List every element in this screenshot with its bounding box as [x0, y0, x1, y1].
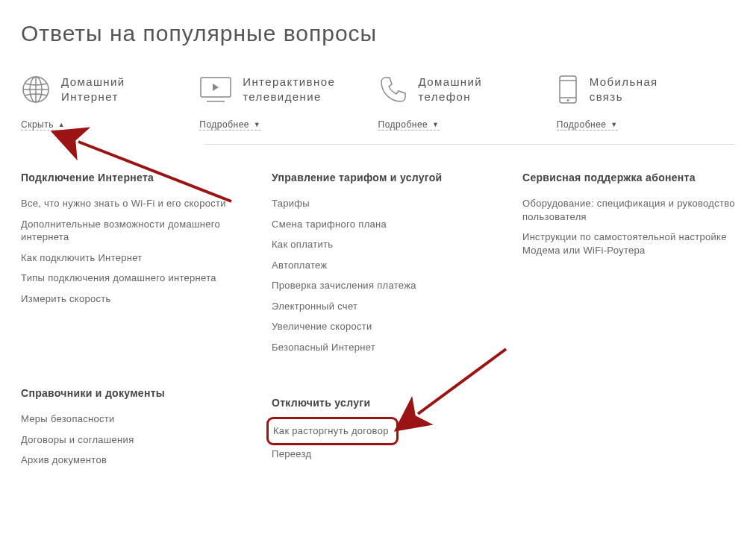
svg-marker-5 — [213, 84, 219, 91]
category-row: Домашний Интернет Скрыть ▲ И — [21, 75, 735, 131]
page-title: Ответы на популярные вопросы — [21, 21, 735, 46]
faq-link[interactable]: Электронный счет — [272, 300, 496, 313]
faq-link[interactable]: Как подключить Интернет — [21, 251, 245, 265]
faq-link[interactable]: Переезд — [272, 448, 496, 461]
chevron-down-icon: ▼ — [254, 121, 260, 128]
faq-link[interactable]: Безопасный Интернет — [272, 341, 496, 354]
category-title: Мобильная связь — [590, 75, 658, 104]
faq-link[interactable]: Договоры и соглашения — [21, 433, 245, 447]
faq-link[interactable]: Автоплатеж — [272, 259, 496, 272]
svg-point-10 — [566, 99, 569, 101]
section-heading: Управление тарифом и услугой — [272, 172, 496, 183]
faq-link[interactable]: Тарифы — [272, 197, 496, 210]
category-title: Домашний Интернет — [61, 75, 125, 104]
faq-link[interactable]: Инструкции по самостоятельной настройке … — [522, 230, 746, 257]
category-home-phone[interactable]: Домашний телефон Подробнее ▼ — [378, 75, 557, 131]
faq-link[interactable]: Дополнительные возможности домашнего инт… — [21, 218, 245, 244]
faq-link[interactable]: Проверка зачисления платежа — [272, 279, 496, 292]
category-mobile[interactable]: Мобильная связь Подробнее ▼ — [557, 75, 735, 131]
chevron-up-icon: ▲ — [58, 121, 65, 128]
section-heading: Справочники и документы — [21, 387, 245, 399]
category-title: Домашний телефон — [419, 75, 483, 104]
globe-icon — [21, 75, 51, 107]
more-toggle[interactable]: Подробнее ▼ — [378, 119, 440, 131]
mobile-icon — [557, 75, 579, 107]
faq-link[interactable]: Как оплатить — [272, 238, 496, 251]
hide-toggle[interactable]: Скрыть ▲ — [21, 119, 65, 131]
faq-link[interactable]: Меры безопасности — [21, 412, 245, 426]
divider — [204, 144, 735, 145]
category-title: Интерактивное телевидение — [243, 75, 335, 104]
faq-link[interactable]: Увеличение скорости — [272, 320, 496, 333]
section-heading: Подключение Интернета — [21, 172, 245, 183]
faq-link[interactable]: Смена тарифного плана — [272, 218, 496, 231]
category-home-internet[interactable]: Домашний Интернет Скрыть ▲ — [21, 75, 199, 131]
chevron-down-icon: ▼ — [432, 121, 439, 128]
category-interactive-tv[interactable]: Интерактивное телевидение Подробнее ▼ — [199, 75, 378, 131]
column-2: Управление тарифом и услугой Тарифы Смен… — [272, 172, 496, 497]
faq-link[interactable]: Измерить скорость — [21, 292, 245, 306]
section-heading: Отключить услуги — [272, 397, 496, 409]
phone-icon — [378, 75, 408, 107]
faq-link[interactable]: Архив документов — [21, 453, 245, 467]
column-1: Подключение Интернета Все, что нужно зна… — [21, 172, 245, 497]
section-heading: Сервисная поддержка абонента — [522, 172, 746, 183]
chevron-down-icon: ▼ — [610, 121, 617, 128]
faq-columns: Подключение Интернета Все, что нужно зна… — [21, 172, 735, 497]
faq-link[interactable]: Типы подключения домашнего интернета — [21, 271, 245, 285]
faq-link[interactable]: Все, что нужно знать о Wi-Fi и его скоро… — [21, 197, 245, 210]
more-toggle[interactable]: Подробнее ▼ — [199, 119, 260, 131]
column-3: Сервисная поддержка абонента Оборудовани… — [522, 172, 746, 497]
faq-link[interactable]: Оборудование: спецификация и руководство… — [522, 197, 746, 223]
faq-link-highlighted[interactable]: Как расторгнуть договор — [272, 422, 393, 440]
tv-icon — [199, 75, 232, 107]
more-toggle[interactable]: Подробнее ▼ — [557, 119, 618, 131]
